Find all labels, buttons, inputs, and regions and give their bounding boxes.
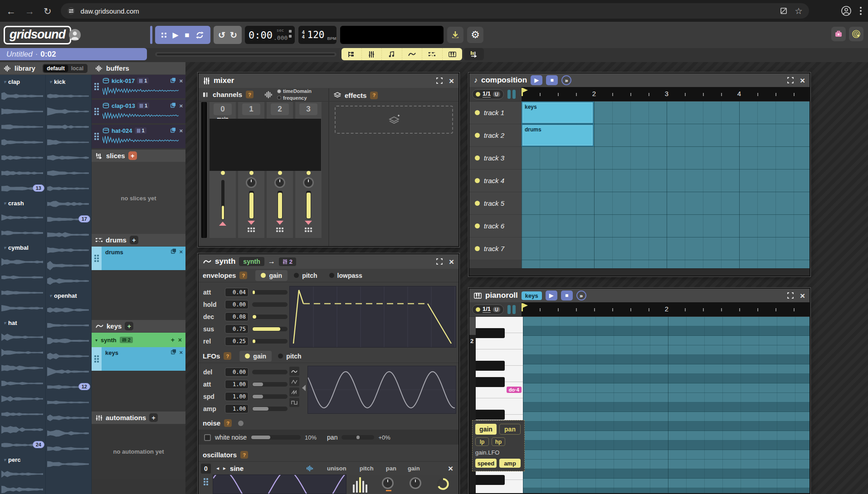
highpass-button[interactable]: hp [492, 437, 505, 446]
maximize-icon[interactable] [436, 258, 443, 265]
composition-grid[interactable]: keysdrums [522, 102, 809, 268]
play-button[interactable]: ▶ [172, 31, 178, 39]
time-signature[interactable]: 44 [302, 30, 305, 40]
library-group-label[interactable]: ▾openhat [46, 289, 91, 302]
transport-grip-icon[interactable] [161, 33, 166, 38]
sample-waveform[interactable] [47, 320, 89, 331]
radio-frequency[interactable]: frequency [277, 95, 312, 101]
track-mute-dot[interactable] [475, 178, 480, 183]
channel-tab[interactable]: 3 [299, 103, 317, 115]
library-sample-row[interactable] [46, 318, 91, 333]
pattern-item[interactable]: keys× [92, 347, 185, 371]
playback-progress-bar[interactable] [155, 52, 336, 57]
buffer-item[interactable]: kick-0171× [92, 75, 185, 98]
track-name[interactable]: track 7 [484, 245, 504, 252]
composition-stop-button[interactable]: ■ [546, 75, 558, 85]
clone-icon[interactable] [171, 248, 176, 255]
lfo-tab-gain[interactable]: gain [239, 351, 272, 362]
note-lane[interactable] [523, 355, 809, 364]
library-sample-row[interactable] [46, 410, 91, 426]
param-value[interactable]: 1.00 [225, 404, 249, 413]
track-lane[interactable] [522, 192, 809, 215]
lfo-wave-sine[interactable] [289, 367, 299, 376]
sample-waveform[interactable] [47, 350, 89, 362]
track-row[interactable]: track 7 [469, 237, 522, 260]
track-lane[interactable] [522, 237, 809, 260]
support-button[interactable] [831, 27, 846, 41]
lfo-wave-square[interactable] [289, 398, 299, 407]
channel-grid-button[interactable] [276, 228, 283, 232]
pan-knob[interactable] [401, 475, 429, 494]
param-slider[interactable] [252, 302, 288, 307]
effects-help-badge[interactable]: ? [370, 92, 378, 99]
sample-waveform[interactable] [1, 106, 43, 117]
magnet-toggle[interactable]: U [493, 92, 500, 97]
library-group-label[interactable]: ▾perc [0, 453, 45, 466]
note-lane[interactable] [523, 421, 809, 431]
library-sample-row[interactable] [46, 258, 91, 273]
site-settings-icon[interactable] [67, 7, 75, 15]
synth-destination-chip[interactable]: 2 [279, 257, 296, 266]
track-row[interactable]: track 3 [469, 147, 522, 170]
gain-knob[interactable] [429, 475, 457, 494]
note-lane[interactable] [523, 441, 809, 450]
library-sample-row[interactable] [46, 456, 91, 472]
sample-waveform[interactable] [47, 136, 89, 148]
track-mute-dot[interactable] [475, 155, 480, 160]
sample-waveform[interactable] [47, 183, 89, 194]
param-value[interactable]: 0.00 [225, 300, 249, 309]
track-mute-dot[interactable] [475, 110, 480, 115]
sample-waveform[interactable] [1, 256, 43, 268]
env-tab-lowpass[interactable]: lowpass [324, 270, 368, 281]
note-lane[interactable] [523, 412, 809, 421]
address-bar[interactable]: daw.gridsound.com ☆ [61, 3, 809, 19]
sample-waveform[interactable] [47, 397, 89, 408]
library-sample-row[interactable] [46, 165, 91, 181]
library-sample-row[interactable] [46, 227, 91, 242]
library-sample-row[interactable]: 13 [0, 181, 45, 196]
volume-fader[interactable] [306, 191, 311, 219]
envelope-graph[interactable] [289, 286, 456, 348]
sample-waveform[interactable] [47, 198, 89, 210]
buffer-item[interactable]: hat-0241× [92, 125, 185, 148]
sample-waveform[interactable] [1, 362, 43, 374]
black-key[interactable] [476, 328, 505, 338]
library-group-label[interactable]: ▾hat [0, 316, 45, 329]
channel-tab[interactable]: 2 [271, 103, 289, 115]
track-mute-dot[interactable] [475, 133, 480, 138]
sample-waveform[interactable] [1, 167, 43, 179]
synth-link-chip[interactable]: 2 [120, 337, 133, 343]
drag-handle[interactable] [92, 347, 102, 371]
composition-ruler[interactable]: 234 [522, 87, 809, 101]
bookmark-star-icon[interactable]: ☆ [795, 6, 803, 16]
next-wave-button[interactable]: ▸ [223, 465, 226, 471]
lfo-speed-button[interactable]: speed [475, 459, 497, 468]
library-sample-row[interactable] [0, 285, 45, 300]
clip-keys[interactable]: keys [522, 102, 594, 124]
reload-icon[interactable]: ↻ [44, 6, 52, 16]
extension-icon[interactable] [780, 7, 788, 15]
env-tab-pitch[interactable]: pitch [288, 270, 322, 281]
lfo-wave-sawtooth[interactable] [289, 387, 299, 397]
library-sample-row[interactable] [46, 181, 91, 196]
mixer-routing-grid[interactable] [210, 119, 321, 171]
synth-name-chip[interactable]: synth [239, 257, 264, 266]
library-sample-row[interactable] [46, 302, 91, 318]
settings-button[interactable]: ⚙ [467, 27, 483, 43]
white-noise-checkbox[interactable] [204, 434, 211, 441]
track-lane[interactable] [522, 170, 809, 192]
library-group-label[interactable]: ▾cymbal [0, 241, 45, 254]
composition-title-bar[interactable]: Untitled · 0:02 [0, 48, 147, 60]
library-sample-row[interactable] [46, 119, 91, 135]
library-sample-row[interactable] [0, 270, 45, 285]
close-icon[interactable]: × [449, 257, 454, 266]
composition-titlebar[interactable]: ♪ composition ▶ ■ » × [469, 73, 809, 87]
sample-waveform[interactable] [1, 121, 43, 133]
note-lane[interactable] [523, 364, 809, 374]
note-lane[interactable] [523, 326, 809, 336]
pan-indicator[interactable] [248, 221, 255, 225]
param-value[interactable]: 0.75 [225, 324, 249, 334]
note-lane[interactable] [523, 317, 809, 326]
library-sample-row[interactable] [0, 300, 45, 316]
track-lane[interactable] [522, 147, 809, 170]
